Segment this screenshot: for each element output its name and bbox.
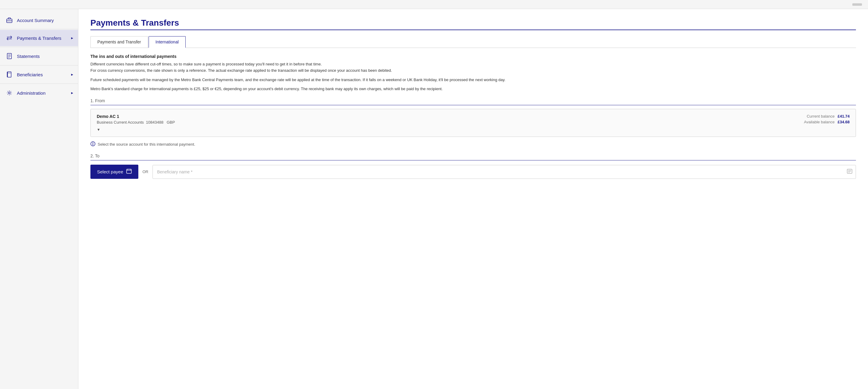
current-balance-row: Current balance £41.74 — [804, 114, 849, 119]
to-section: Select payee OR — [90, 164, 856, 179]
page-title-divider — [90, 30, 856, 30]
sidebar-item-label: Administration — [17, 90, 45, 96]
beneficiary-name-input[interactable] — [153, 165, 856, 179]
svg-point-12 — [8, 92, 10, 94]
book-icon — [6, 71, 13, 78]
arrows-icon — [6, 35, 13, 41]
or-label: OR — [143, 170, 149, 174]
chevron-right-icon: ► — [70, 91, 74, 95]
from-section-label: 1. From — [90, 98, 856, 105]
account-card-right: Current balance £41.74 Available balance… — [804, 114, 849, 125]
from-hint-text: Select the source account for this inter… — [98, 142, 195, 147]
payee-icon — [126, 169, 132, 175]
sidebar: Account Summary Payments & Transfers ► — [0, 9, 79, 389]
svg-rect-13 — [127, 169, 131, 173]
top-bar-button[interactable] — [852, 3, 862, 6]
sidebar-item-statements[interactable]: Statements — [0, 48, 78, 64]
document-icon — [6, 53, 13, 59]
info-block: The ins and outs of international paymen… — [90, 54, 856, 92]
account-dropdown-arrow[interactable]: ▼ — [97, 127, 175, 132]
sidebar-item-account-summary[interactable]: Account Summary — [0, 12, 78, 28]
chevron-right-icon: ► — [70, 73, 74, 76]
select-payee-label: Select payee — [97, 169, 123, 174]
sidebar-item-beneficiaries[interactable]: Beneficiaries ► — [0, 66, 78, 83]
select-payee-button[interactable]: Select payee — [90, 164, 138, 179]
account-name: Demo AC 1 — [97, 114, 175, 119]
sidebar-item-label: Payments & Transfers — [17, 36, 61, 41]
info-paragraph-2: Future scheduled payments will be manage… — [90, 77, 856, 83]
tab-bar: Payments and Transfer International — [90, 36, 856, 48]
chevron-right-icon: ► — [70, 36, 74, 40]
svg-rect-11 — [7, 72, 7, 77]
sidebar-item-administration[interactable]: Administration ► — [0, 84, 78, 101]
sidebar-item-payments-transfers[interactable]: Payments & Transfers ► — [0, 30, 78, 46]
svg-rect-9 — [7, 72, 11, 77]
from-hint: ⓘ Select the source account for this int… — [90, 141, 856, 147]
info-title: The ins and outs of international paymen… — [90, 54, 856, 59]
sidebar-item-label: Statements — [17, 54, 40, 59]
sidebar-item-label: Beneficiaries — [17, 72, 43, 77]
beneficiary-input-icon — [847, 169, 852, 175]
top-bar — [0, 0, 868, 9]
main-content: Payments & Transfers Payments and Transf… — [79, 9, 868, 389]
gear-icon — [6, 90, 13, 96]
available-balance-row: Available balance £34.68 — [804, 120, 849, 124]
briefcase-icon — [6, 18, 13, 23]
page-title: Payments & Transfers — [90, 18, 856, 28]
tab-international[interactable]: International — [149, 36, 186, 48]
account-details: Business Current Accounts 10843488 GBP — [97, 120, 175, 124]
account-card-left: Demo AC 1 Business Current Accounts 1084… — [97, 114, 175, 132]
info-paragraph-1a: Different currencies have different cut-… — [90, 61, 856, 74]
info-paragraph-3: Metro Bank's standard charge for interna… — [90, 86, 856, 92]
info-circle-icon: ⓘ — [90, 141, 95, 147]
tab-payments-transfer[interactable]: Payments and Transfer — [90, 36, 148, 48]
account-card[interactable]: Demo AC 1 Business Current Accounts 1084… — [90, 109, 856, 137]
beneficiary-input-wrapper — [153, 165, 856, 179]
to-section-label: 2. To — [90, 153, 856, 160]
sidebar-item-label: Account Summary — [17, 18, 54, 23]
